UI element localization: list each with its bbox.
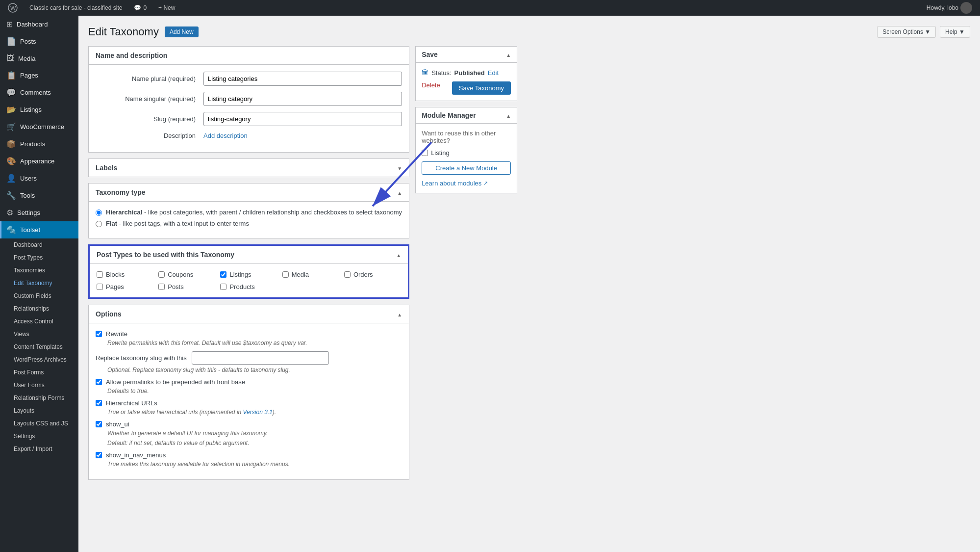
- slug-label: Slug (required): [96, 115, 203, 123]
- media-icon: 🖼: [6, 54, 14, 63]
- sidebar-item-products[interactable]: 📦 Products: [0, 135, 78, 153]
- name-singular-row: Name singular (required): [96, 92, 402, 106]
- sidebar-item-label: Comments: [20, 89, 51, 96]
- add-description-link[interactable]: Add description: [203, 132, 248, 139]
- sidebar-item-posts[interactable]: 📄 Posts: [0, 33, 78, 50]
- show-ui-desc2: Default: if not set, defaults to value o…: [107, 440, 402, 447]
- slug-input[interactable]: [203, 112, 402, 126]
- show-in-nav-menus-option: show_in_nav_menus True makes this taxono…: [96, 451, 402, 468]
- page-title: Edit Taxonomy: [88, 26, 159, 38]
- labels-section-header[interactable]: Labels: [88, 158, 409, 177]
- name-plural-input[interactable]: [203, 72, 402, 86]
- pt-products-checkbox[interactable]: [220, 284, 226, 290]
- sidebar-item-users[interactable]: 👤 Users: [0, 170, 78, 187]
- flat-label: Flat - like post tags, with a text input…: [106, 220, 249, 227]
- sidebar-item-label: Appearance: [20, 158, 54, 165]
- woocommerce-icon: 🛒: [6, 122, 16, 131]
- pt-listings-checkbox[interactable]: [220, 271, 226, 278]
- posts-icon: 📄: [6, 37, 16, 46]
- module-listing-checkbox[interactable]: [422, 150, 428, 156]
- create-module-button[interactable]: Create a New Module: [422, 161, 511, 175]
- sidebar-item-dashboard[interactable]: ⊞ Dashboard: [0, 16, 78, 33]
- name-singular-input[interactable]: [203, 92, 402, 106]
- replace-slug-desc: Optional. Replace taxonomy slug with thi…: [107, 367, 402, 373]
- submenu-item-export-import[interactable]: Export / Import: [0, 443, 78, 455]
- description-label: Description: [96, 132, 203, 139]
- sidebar-item-label: Tools: [20, 192, 35, 199]
- main-content: Edit Taxonomy Add New Screen Options ▼ H…: [78, 16, 980, 552]
- screen-options-button[interactable]: Screen Options ▼: [877, 26, 936, 38]
- pt-media-checkbox[interactable]: [282, 271, 289, 278]
- post-type-listings: Listings: [220, 271, 277, 278]
- learn-modules-link[interactable]: Learn about modules ↗: [422, 180, 511, 187]
- options-header: Options: [89, 305, 409, 323]
- rewrite-checkbox[interactable]: [96, 331, 102, 337]
- pt-pages-checkbox[interactable]: [97, 284, 103, 290]
- pt-pages-label: Pages: [106, 283, 124, 290]
- save-taxonomy-button[interactable]: Save Taxonomy: [452, 81, 511, 95]
- pt-posts-checkbox[interactable]: [158, 284, 165, 290]
- flat-option: Flat - like post tags, with a text input…: [96, 220, 402, 227]
- post-types-title: Post Types to be used with this Taxonomy: [97, 251, 234, 259]
- submenu-item-post-forms[interactable]: Post Forms: [0, 366, 78, 379]
- hierarchical-urls-checkbox[interactable]: [96, 400, 102, 406]
- submenu-item-custom-fields[interactable]: Custom Fields: [0, 289, 78, 302]
- replace-slug-input[interactable]: [192, 351, 329, 365]
- post-type-media: Media: [282, 271, 339, 278]
- pt-orders-checkbox[interactable]: [344, 271, 351, 278]
- pt-blocks-checkbox[interactable]: [97, 271, 103, 278]
- allow-permalinks-checkbox[interactable]: [96, 379, 102, 385]
- pt-orders-label: Orders: [353, 271, 373, 278]
- submenu-item-dashboard[interactable]: Dashboard: [0, 238, 78, 251]
- submenu-item-layouts-css-js[interactable]: Layouts CSS and JS: [0, 417, 78, 430]
- sidebar-item-media[interactable]: 🖼 Media: [0, 50, 78, 67]
- show-in-nav-menus-desc: True makes this taxonomy available for s…: [107, 461, 402, 468]
- toolset-icon: 🔩: [6, 225, 16, 235]
- comments-count[interactable]: 💬 0: [131, 0, 150, 16]
- status-edit-link[interactable]: Edit: [488, 69, 499, 77]
- help-button[interactable]: Help ▼: [940, 26, 970, 38]
- sidebar-item-settings[interactable]: ⚙ Settings: [0, 204, 78, 221]
- submenu-item-content-templates[interactable]: Content Templates: [0, 341, 78, 353]
- submenu-item-views[interactable]: Views: [0, 328, 78, 341]
- howdy-user[interactable]: Howdy, lobo: [924, 2, 975, 14]
- users-icon: 👤: [6, 174, 16, 183]
- sidebar-item-label: Users: [20, 175, 37, 182]
- submenu-item-layouts[interactable]: Layouts: [0, 404, 78, 417]
- name-singular-label: Name singular (required): [96, 95, 203, 103]
- submenu-item-access-control[interactable]: Access Control: [0, 315, 78, 328]
- submenu-item-relationships[interactable]: Relationships: [0, 302, 78, 315]
- sidebar-item-listings[interactable]: 📂 Listings: [0, 101, 78, 118]
- pt-coupons-checkbox[interactable]: [158, 271, 165, 278]
- add-new-button[interactable]: Add New: [165, 26, 199, 37]
- site-name[interactable]: Classic cars for sale - classified site: [26, 0, 125, 16]
- name-description-title: Name and description: [96, 52, 167, 59]
- wp-logo[interactable]: W: [5, 0, 21, 16]
- labels-collapse-icon: [397, 164, 402, 172]
- hierarchical-radio[interactable]: [96, 210, 102, 216]
- show-in-nav-menus-checkbox[interactable]: [96, 452, 102, 458]
- sidebar-item-toolset[interactable]: 🔩 Toolset: [0, 221, 78, 238]
- submenu-item-taxonomies[interactable]: Taxonomies: [0, 264, 78, 277]
- submenu-item-user-forms[interactable]: User Forms: [0, 379, 78, 392]
- show-ui-checkbox[interactable]: [96, 421, 102, 427]
- new-content[interactable]: + New: [155, 0, 178, 16]
- submenu-item-relationship-forms[interactable]: Relationship Forms: [0, 392, 78, 404]
- module-listing-label: Listing: [431, 149, 450, 157]
- submenu-item-edit-taxonomy[interactable]: Edit Taxonomy: [0, 277, 78, 289]
- sidebar-item-comments[interactable]: 💬 Comments: [0, 84, 78, 101]
- submenu-item-wordpress-archives[interactable]: WordPress Archives: [0, 353, 78, 366]
- flat-radio[interactable]: [96, 221, 102, 227]
- sidebar-item-tools[interactable]: 🔧 Tools: [0, 187, 78, 204]
- pt-posts-label: Posts: [168, 283, 184, 290]
- taxonomy-type-title: Taxonomy type: [96, 188, 146, 196]
- name-description-card: Name and description Name plural (requir…: [88, 46, 409, 153]
- submenu-item-wp-settings[interactable]: Settings: [0, 430, 78, 443]
- version-link[interactable]: Version 3.1: [243, 409, 273, 416]
- delete-link[interactable]: Delete: [422, 81, 440, 89]
- submenu-item-post-types[interactable]: Post Types: [0, 251, 78, 264]
- sidebar-item-label: Settings: [17, 209, 40, 216]
- sidebar-item-pages[interactable]: 📋 Pages: [0, 67, 78, 84]
- sidebar-item-appearance[interactable]: 🎨 Appearance: [0, 153, 78, 170]
- sidebar-item-woocommerce[interactable]: 🛒 WooCommerce: [0, 118, 78, 135]
